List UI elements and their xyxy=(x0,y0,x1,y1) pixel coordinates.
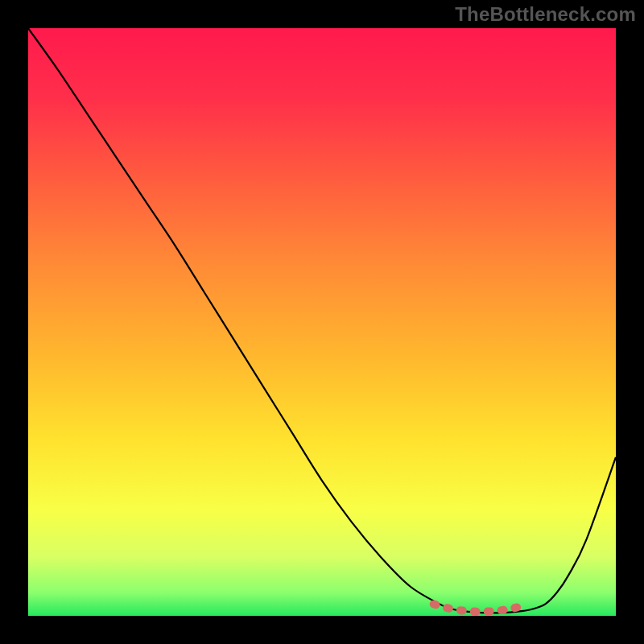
watermark-text: TheBottleneck.com xyxy=(455,3,636,26)
plot-area xyxy=(28,28,616,616)
gradient-background xyxy=(28,28,616,616)
chart-frame: TheBottleneck.com xyxy=(0,0,644,644)
chart-svg xyxy=(28,28,616,616)
